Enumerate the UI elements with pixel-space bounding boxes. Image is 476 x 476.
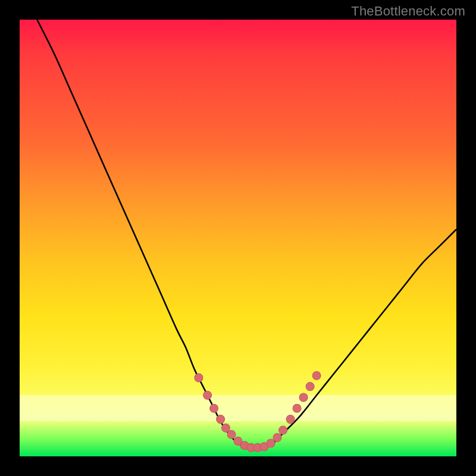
measured-point [273,433,281,441]
watermark-text: TheBottleneck.com [351,4,465,19]
measured-point [217,415,225,424]
measured-point [221,424,230,432]
plot-area [20,20,456,456]
measured-point [279,426,287,434]
measured-point [306,383,314,391]
measured-point [286,415,295,424]
measured-point [312,371,321,380]
measured-point [203,391,212,399]
measured-points-group [195,371,321,452]
measured-point [299,393,308,402]
measured-point [293,404,301,412]
measured-point [210,404,218,412]
chart-frame: TheBottleneck.com [0,0,476,476]
measured-point [195,374,203,382]
bottleneck-curve [37,20,456,450]
chart-svg [20,20,456,456]
measured-point [227,430,236,439]
measured-point [267,439,275,447]
